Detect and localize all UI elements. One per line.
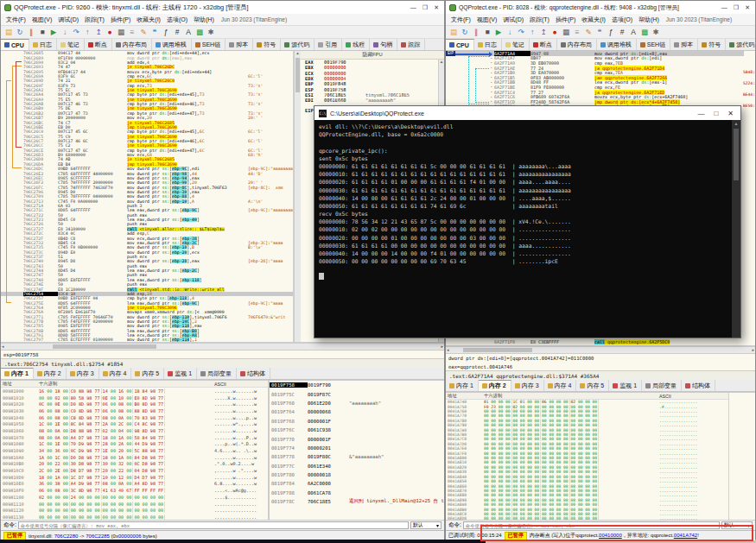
stop-icon[interactable]: ■ [37,27,48,38]
menu-item[interactable]: 调试(D) [55,15,81,25]
disasm-row[interactable]: 706C2797C785 ECFEFFFF 01000000mov dword … [1,338,293,342]
disasm-scrollbar[interactable]: ▲ [294,51,301,342]
dump-tab-内存 2[interactable]: 内存 2 [34,368,67,379]
menu-item[interactable]: 选项(O) [609,15,635,25]
memory-map-icon[interactable]: ▦ [116,27,126,38]
dump-row[interactable]: 0041A89000 00 00 0000 00 00 0000 00 00 0… [446,498,728,502]
pause-icon[interactable]: ∥ [26,27,36,38]
dump-tab-内存 1[interactable]: 内存 1 [446,380,479,391]
dump-row[interactable]: 0041A83000 00 00 0000 00 00 0000 00 00 0… [446,470,728,474]
patch-icon[interactable]: ✎ [583,27,594,38]
command-input[interactable] [18,521,409,529]
restart-icon[interactable]: ↻ [15,27,25,38]
dump-row[interactable]: 0098100016 00 18 00C0 88 98 7714 00 16 0… [1,388,268,395]
log-icon[interactable]: ≡ [127,27,137,38]
dump-row[interactable]: 0041A7B000 00 00 0000 00 00 0000 00 00 0… [446,433,728,437]
tab-源代码[interactable]: 源代码 [726,39,755,50]
step-out-icon[interactable]: ↑ [82,27,92,38]
step-over-icon[interactable]: ↷ [71,27,81,38]
dump-row[interactable]: 0098113000 00 00 0000 00 00 0000 00 00 0… [1,514,268,520]
dump-row[interactable]: 0041A8C000 00 00 0000 00 00 0000 00 00 0… [446,512,728,516]
stack-row[interactable]: 0019F7600061E2D0"aaaaaaaah" [270,399,444,407]
pause-icon[interactable]: ∥ [471,27,481,38]
console-scrollbar[interactable]: ▲ [732,120,740,338]
menu-item[interactable]: 视图(V) [29,15,54,25]
step-into-icon[interactable]: ↓ [60,27,70,38]
command-profile-combo[interactable]: 默认▾ [410,521,442,529]
tab-引用[interactable]: 引用 [314,39,342,50]
menu-item[interactable]: 调试(D) [500,15,526,25]
minimize-button[interactable]: — [697,110,704,117]
dump-row[interactable]: 0041A85000 00 00 0000 00 00 0000 00 00 0… [446,479,728,483]
run-to-user-code-icon[interactable]: ↥ [93,27,104,38]
tab-断点[interactable]: 断点 [530,39,557,50]
tab-跟踪[interactable]: 跟踪 [397,39,425,50]
dump-row[interactable]: 0041A7A000 00 00 0000 00 00 0000 00 00 0… [446,427,728,432]
dump-row[interactable]: 0098107008 00 0A 00A4 D7 98 7718 00 1A 0… [1,434,268,441]
dump-tab-结构体[interactable]: 结构体 [237,368,270,379]
dump-tab-内存 4[interactable]: 内存 4 [544,380,577,391]
menu-item[interactable]: 视图(V) [474,15,499,25]
restart-icon[interactable]: ↻ [460,27,470,38]
calculator-icon[interactable]: ▩ [194,27,205,38]
dump-row[interactable]: 0041A7E000 00 00 0000 00 00 0000 00 00 0… [446,446,728,451]
menu-item[interactable]: 帮助(H) [191,15,217,25]
dump-row[interactable]: 009810F006 00 08 003C 8D 98 7741 63 40 6… [1,487,268,494]
stack-row[interactable]: 0019F7846A2C0000 [270,479,444,488]
stack-row[interactable]: 0019F77C0061E340 [270,462,444,470]
disasm-hscrollbar[interactable]: ◂▸ [446,346,755,353]
menu-item[interactable]: 插件(P) [108,15,133,25]
stack-row[interactable]: 0019F7880061CA78 [270,489,444,497]
breakpoint-icon[interactable]: ● [105,27,115,38]
console-titlebar[interactable]: C:\ C:\Users\a\Desktop\QQProtect.exe — □… [314,106,740,120]
dump-row[interactable]: 0041A78000 00 00 0000 00 00 0000 00 00 0… [446,419,728,423]
step-into-icon[interactable]: ↓ [505,27,515,38]
left-disassembly[interactable]: 706C2685894C17 44mov dword ptr ds:[edi+e… [1,51,294,342]
dump-row[interactable]: 009810E036 00 38 00A4 D9 98 7708 00 0A 0… [1,481,268,488]
dump-row[interactable]: 0098101000 00 02 0080 58 98 770E 00 10 0… [1,395,268,401]
dump-row[interactable]: 009810A01A 00 1C 00D0 D8 98 7718 00 1A 0… [1,454,268,461]
menu-item[interactable]: 收藏夹(I) [579,15,608,25]
dump-row[interactable]: 009810200C 00 0E 00D0 8D 98 7706 00 08 0… [1,401,268,407]
dump-row[interactable]: 0098112000 00 00 0000 00 00 0000 00 00 0… [1,507,268,514]
tab-内存布局[interactable]: 内存布局 [557,39,597,50]
tab-日志[interactable]: 日志 [474,39,502,50]
dump-row[interactable]: 0041A77000 00 00 0000 00 00 0000 00 00 0… [446,414,728,418]
dump-row[interactable]: 0041A7F000 00 00 0000 00 00 0000 00 00 0… [446,451,728,455]
close-button[interactable]: ✕ [434,4,439,11]
menu-item[interactable]: 收藏夹(I) [134,15,163,25]
tab-调用堆栈[interactable]: 调用堆栈 [152,39,192,50]
dump-tab-局部变量[interactable]: 局部变量 [197,368,237,379]
fx-icon[interactable]: ƒ [161,27,171,38]
comment-icon[interactable]: ❝ [594,27,605,38]
dump-row[interactable]: 0041A76000 00 00 0000 00 00 0000 00 00 0… [446,409,728,414]
open-file-icon[interactable]: ▤ [448,27,459,38]
font-icon[interactable]: A [183,27,194,38]
dump-row[interactable]: 0041A74001 00 00 001C 01 00 0006 00 00 0… [446,400,728,404]
tab-SEH链[interactable]: SEH链 [637,39,670,50]
patch-icon[interactable]: ✎ [138,27,149,38]
dump-tab-内存 4[interactable]: 内存 4 [99,368,132,379]
tab-CPU[interactable]: CPU [446,39,474,50]
dump-tab-结构体[interactable]: 结构体 [682,380,715,391]
tab-CPU[interactable]: CPU [1,39,29,50]
dump-row[interactable]: 009810D018 00 1A 001C D7 98 7710 00 12 0… [1,474,268,481]
font-icon[interactable]: A [628,27,638,38]
tab-内存布局[interactable]: 内存布局 [112,39,152,50]
dump-row[interactable]: 0041A88000 00 00 0000 00 00 0000 00 00 0… [446,493,728,497]
dump-row[interactable]: 0041A7D000 00 00 0000 00 00 0000 00 00 0… [446,442,728,446]
menu-item[interactable]: 选项(O) [164,15,190,25]
menu-item[interactable]: 帮助(H) [636,15,662,25]
tab-笔记[interactable]: 笔记 [57,39,85,50]
stack-row[interactable]: 0019F7580019F790 [270,381,444,389]
menu-item[interactable]: 插件(P) [553,15,578,25]
dump-row[interactable]: 0041A82000 00 00 0000 00 00 0000 00 00 0… [446,465,728,470]
dump-tab-内存 5[interactable]: 内存 5 [576,380,609,391]
calculator-icon[interactable]: ▩ [639,27,650,38]
tab-调用堆栈[interactable]: 调用堆栈 [597,39,637,50]
left-stack-pane[interactable]: 0019F7580019F7900019F75C0019F87C0019F760… [269,381,444,520]
step-out-icon[interactable]: ↑ [527,27,537,38]
run-to-user-code-icon[interactable]: ↥ [538,27,549,38]
menu-item[interactable]: 文件(F) [3,15,29,25]
dump-row[interactable]: 0041A87000 00 00 0000 00 00 0000 00 00 0… [446,489,728,493]
